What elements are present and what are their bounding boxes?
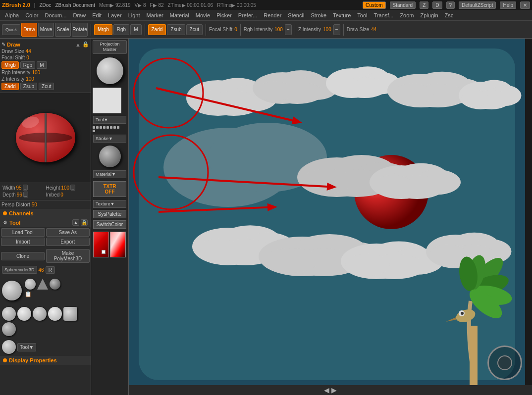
middle-tool-dropdown[interactable]: Tool▼ xyxy=(93,116,126,124)
color-swatch-gradient[interactable] xyxy=(110,232,126,257)
menu-zsc[interactable]: Zsc xyxy=(442,11,457,19)
menu-zplugin[interactable]: Zplugin xyxy=(418,11,441,19)
menu-render[interactable]: Render xyxy=(261,11,284,19)
sphere-b[interactable] xyxy=(17,307,31,321)
zdoc-link[interactable]: ZDoc xyxy=(39,2,51,8)
question-btn[interactable]: ? xyxy=(446,1,455,9)
menu-docum[interactable]: Docum... xyxy=(42,11,69,19)
menu-material[interactable]: Material xyxy=(167,11,192,19)
rgb-intensity-value[interactable]: 100 xyxy=(274,27,283,32)
color-swatch-red[interactable] xyxy=(93,232,109,257)
imbed-value[interactable]: 0 xyxy=(60,192,63,198)
menu-light[interactable]: Light xyxy=(125,11,143,19)
draw-expand[interactable]: ▲ xyxy=(75,42,81,48)
m-left-btn[interactable]: M xyxy=(37,61,47,69)
tool-lock[interactable]: 🔒 xyxy=(81,219,88,226)
menu-stroke[interactable]: Stroke xyxy=(308,11,329,19)
zsub-left-btn[interactable]: Zsub xyxy=(20,83,37,90)
export-btn[interactable]: Export xyxy=(46,238,90,246)
rgb-btn[interactable]: Rgb xyxy=(113,24,129,35)
main-canvas[interactable] xyxy=(129,39,525,395)
texture-dropdown[interactable]: Texture▼ xyxy=(93,200,126,208)
draw-icon[interactable]: Draw xyxy=(21,23,37,37)
focal-shift-value[interactable]: 0 xyxy=(234,27,237,32)
move-icon[interactable]: Move xyxy=(38,23,54,37)
cube-a[interactable] xyxy=(63,307,77,321)
menu-marker[interactable]: Marker xyxy=(143,11,166,19)
width-value[interactable]: 95 xyxy=(16,185,22,191)
z-int-value[interactable]: 100 xyxy=(26,76,34,82)
sphereinder-btn[interactable]: Sphereinder3D xyxy=(2,266,37,274)
menu-layer[interactable]: Layer xyxy=(105,11,125,19)
menu-draw[interactable]: Draw xyxy=(70,11,89,19)
rotate-icon[interactable]: Rotate xyxy=(72,23,88,37)
draw-size-value[interactable]: 44 xyxy=(26,49,31,54)
height-value[interactable]: 100 xyxy=(61,185,69,191)
depth-value[interactable]: 96 xyxy=(17,192,22,198)
sphere-dark-1[interactable] xyxy=(50,279,60,290)
projection-master-btn[interactable]: Projection Master xyxy=(93,40,127,54)
tool-header[interactable]: ⚙ Tool ▲ 🔒 xyxy=(0,218,91,227)
r-btn[interactable]: R xyxy=(46,266,55,274)
menu-tool[interactable]: Tool xyxy=(354,11,370,19)
draw-size-value-toolbar[interactable]: 44 xyxy=(371,27,376,32)
d-btn[interactable]: D xyxy=(432,1,442,9)
menu-texture[interactable]: Texture xyxy=(330,11,354,19)
sphere-preview-1[interactable] xyxy=(2,281,22,300)
txtr-off-btn[interactable]: TXTR OFF xyxy=(93,181,126,197)
sphereinder-value[interactable]: 46 xyxy=(39,267,44,273)
standard-mode-btn[interactable]: Standard xyxy=(390,1,416,9)
help-btn[interactable]: Help xyxy=(500,1,516,9)
load-tool-btn[interactable]: Load Tool xyxy=(1,228,45,237)
close-btn[interactable]: ✕ xyxy=(520,1,530,9)
zsub-btn[interactable]: Zsub xyxy=(167,24,185,35)
depth-minus[interactable]: _ xyxy=(23,192,28,198)
display-props-header[interactable]: Display Properties xyxy=(0,356,91,365)
menu-movie[interactable]: Movie xyxy=(193,11,213,19)
rgb-int-value[interactable]: 100 xyxy=(32,70,40,75)
scroll-right-btn[interactable]: ▶ xyxy=(331,386,337,394)
material-dropdown[interactable]: Material▼ xyxy=(93,170,126,178)
sphere-c[interactable] xyxy=(33,307,47,321)
zadd-left-btn[interactable]: Zadd xyxy=(1,83,19,90)
copy-icon[interactable]: 📋 xyxy=(25,291,36,302)
sphere-small-main[interactable] xyxy=(2,340,16,354)
sphere-small-1[interactable] xyxy=(25,279,36,290)
menu-zoom[interactable]: Zoom xyxy=(397,11,417,19)
m-btn[interactable]: M xyxy=(130,24,141,35)
sphere-e[interactable] xyxy=(2,322,16,336)
height-minus[interactable]: _ xyxy=(70,185,75,191)
mrgb-btn[interactable]: Mrgb xyxy=(94,24,112,35)
channels-header[interactable]: Channels xyxy=(0,209,91,218)
stroke-dropdown[interactable]: Stroke▼ xyxy=(93,135,126,143)
menu-alpha[interactable]: Alpha xyxy=(2,11,22,19)
menu-picker[interactable]: Picker xyxy=(213,11,235,19)
focal-shift-value-left[interactable]: 0 xyxy=(26,55,29,60)
scale-icon[interactable]: Scale xyxy=(55,23,71,37)
cone-tool[interactable] xyxy=(37,279,48,290)
menu-prefer[interactable]: Prefer... xyxy=(235,11,261,19)
persp-value[interactable]: 50 xyxy=(32,202,37,207)
clone-btn[interactable]: Clone xyxy=(1,252,45,260)
sphere-a[interactable] xyxy=(2,307,16,321)
zcut-left-btn[interactable]: Zcut xyxy=(39,83,54,90)
rgb-intensity-minus[interactable]: − xyxy=(285,24,292,35)
z-intensity-minus[interactable]: − xyxy=(333,24,340,35)
menu-edit[interactable]: Edit xyxy=(89,11,105,19)
zbrush-doc-link[interactable]: ZBrush Document xyxy=(55,2,95,8)
quick-btn[interactable]: Quick xyxy=(2,24,20,35)
make-polymesh-btn[interactable]: Make PolyMesh3D xyxy=(46,249,90,263)
zadd-btn[interactable]: Zadd xyxy=(148,24,166,35)
custom-mode-btn[interactable]: Custom xyxy=(363,1,385,9)
zcut-btn[interactable]: Zcut xyxy=(186,24,203,35)
save-as-btn[interactable]: Save As xyxy=(46,228,90,237)
menu-transf[interactable]: Transf... xyxy=(371,11,396,19)
import-btn[interactable]: Import xyxy=(1,238,45,246)
preset-btn[interactable]: DefaultZScript xyxy=(459,1,496,9)
tool-collapse[interactable]: ▲ xyxy=(72,219,79,226)
mrgb-left-btn[interactable]: Mrgb xyxy=(1,61,19,69)
width-minus[interactable]: _ xyxy=(23,185,28,191)
canvas-area[interactable]: ◀ ▶ xyxy=(129,39,532,395)
menu-stencil[interactable]: Stencil xyxy=(285,11,307,19)
z-intensity-value[interactable]: 100 xyxy=(323,27,331,32)
